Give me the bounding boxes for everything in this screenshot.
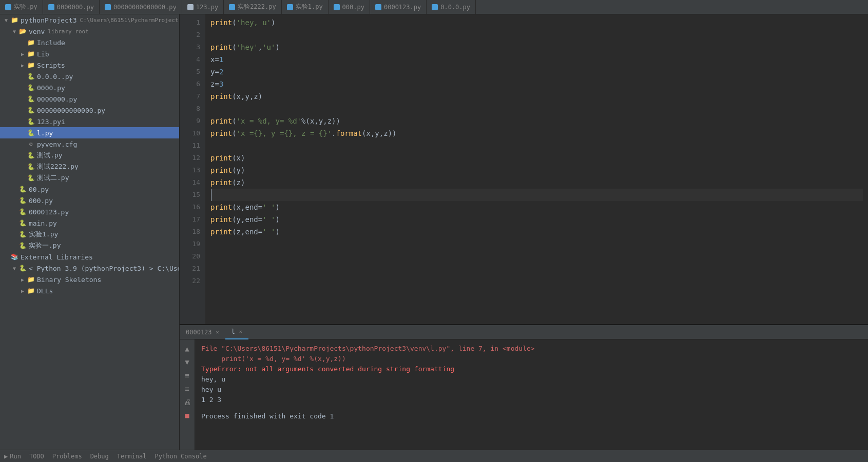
run-stop-button[interactable]: ■ [182,410,192,420]
py-icon [229,4,235,10]
leaf-arrow [10,185,18,193]
tree-include[interactable]: 📁 Include [0,37,179,48]
status-problems[interactable]: Problems [52,453,82,460]
file-label: pyvenv.cfg [37,140,77,148]
code-editor[interactable]: 1 2 3 4 5 6 7 8 9 10 11 12 13 14 15 16 1… [180,14,868,324]
status-todo[interactable]: TODO [29,453,44,460]
main-content: 📁 pythonProject3 C:\Users\86151\PycharmP… [0,14,868,450]
close-tab-l[interactable]: ✕ [239,329,242,334]
tree-binary-skeletons[interactable]: 📁 Binary Skeletons [0,274,179,285]
code-line-10: print('x ={}, y ={}, z = {}'.format(x,y,… [210,127,863,139]
code-line-4: x = 1 [210,53,863,66]
tree-测试py[interactable]: 🐍 测试.py [0,150,179,161]
leaf-arrow [18,129,27,137]
collapse-arrow [18,275,27,284]
run-up-button[interactable]: ▲ [182,344,192,354]
status-python-console[interactable]: Python Console [155,453,207,460]
tree-pyvenvcfg[interactable]: ⚙ pyvenv.cfg [0,138,179,150]
code-line-18: print(z, end=' ') [210,226,863,238]
run-down-button[interactable]: ▼ [182,357,192,367]
tree-scripts[interactable]: 📁 Scripts [0,59,179,71]
tree-00000000000000py[interactable]: 🐍 00000000000000.py [0,105,179,116]
tab-0000123py[interactable]: 0000123.py [370,0,427,14]
run-tab-bar: 0000123 ✕ l ✕ [180,325,868,339]
folder-icon: 📁 [27,287,35,295]
leaf-arrow [18,95,27,103]
tab-123py[interactable]: 123.py [182,0,224,14]
tree-0000123py[interactable]: 🐍 0000123.py [0,206,179,217]
leaf-arrow [10,219,18,227]
code-line-3: print('hey','u') [210,41,863,53]
py-icon [48,4,54,10]
tab-000py2[interactable]: 0.0.0.py [427,0,476,14]
file-label: 123.pyi [37,118,65,126]
status-run[interactable]: ▶ Run [4,453,21,460]
tree-mainpy[interactable]: 🐍 main.py [0,217,179,229]
tree-0.0.0py[interactable]: 🐍 0.0.0..py [0,71,179,82]
status-terminal[interactable]: Terminal [117,453,147,460]
file-label: 测试.py [37,151,62,160]
leaf-arrow [10,230,18,238]
run-align2-button[interactable]: ≡ [182,384,192,394]
tree-external-libraries[interactable]: 📚 External Libraries [0,251,179,263]
run-output: File "C:\Users\86151\PycharmProjects\pyt… [195,339,868,450]
run-align-button[interactable]: ≡ [182,370,192,380]
tree-0000py[interactable]: 🐍 0000.py [0,82,179,93]
tab-实验py[interactable]: 实验.py [0,0,43,14]
py-file-icon: 🐍 [27,163,35,171]
collapse-arrow [18,61,27,69]
tree-dlls[interactable]: 📁 DLLs [0,285,179,296]
tab-000py[interactable]: 000.py [329,0,370,14]
scripts-label: Scripts [37,62,65,69]
tab-bar: 实验.py 0000000.py 00000000000000.py 123.p… [0,0,868,14]
run-tab-0000123[interactable]: 0000123 ✕ [180,325,225,339]
code-content[interactable]: print('hey, u') print('hey','u') x = 1 y… [205,14,868,324]
tab-00000000000000py[interactable]: 00000000000000.py [100,0,182,14]
py-file-icon: 🐍 [27,174,35,182]
leaf-arrow [10,242,18,250]
close-tab-0000123[interactable]: ✕ [216,329,219,335]
tab-0000000py[interactable]: 0000000.py [43,0,100,14]
leaf-arrow [2,253,10,261]
tab-实验2222py[interactable]: 实验2222.py [224,0,282,14]
tree-测试2222py[interactable]: 🐍 测试2222.py [0,161,179,172]
python-label: < Python 3.9 (pythonProject3) > C:\Users… [29,265,180,272]
tree-venv[interactable]: 📂 venv library root [0,26,179,37]
run-panel: ▲ ▼ ≡ ≡ 🖨 ■ File "C:\Users\86151\Pycharm… [180,339,868,450]
py-file-icon: 🐍 [18,242,27,250]
tab-实验1py[interactable]: 实验1.py [282,0,329,14]
project-tree: 📁 pythonProject3 C:\Users\86151\PycharmP… [0,14,180,450]
expand-arrow [10,264,18,272]
leaf-arrow [18,106,27,114]
tree-实验一py[interactable]: 🐍 实验一.py [0,240,179,251]
project-path: C:\Users\86151\PycharmProject [80,17,179,24]
status-debug[interactable]: Debug [90,453,109,460]
tree-000py[interactable]: 🐍 000.py [0,195,179,206]
file-label: 实验一.py [29,241,61,250]
tree-测试二py[interactable]: 🐍 测试二.py [0,172,179,184]
tree-lpy[interactable]: 🐍 l.py [0,127,179,138]
run-print-button[interactable]: 🖨 [182,397,192,407]
py-file-icon: 🐍 [18,219,27,227]
output-exit: Process finished with exit code 1 [201,411,862,421]
py-file-icon: 🐍 [27,129,35,137]
leaf-arrow [18,151,27,159]
file-label: 0.0.0..py [37,73,73,81]
tree-123pyi[interactable]: 🐍 123.pyi [0,116,179,127]
tree-00py[interactable]: 🐍 00.py [0,184,179,195]
file-label: 00.py [29,186,49,193]
file-label: 测试二.py [37,173,69,183]
py-file-icon: 🐍 [18,196,27,205]
tree-0000000py[interactable]: 🐍 0000000.py [0,93,179,105]
tree-lib[interactable]: 📁 Lib [0,48,179,59]
py-file-icon: 🐍 [18,230,27,238]
tree-实验1py[interactable]: 🐍 实验1.py [0,229,179,240]
tree-project-root[interactable]: 📁 pythonProject3 C:\Users\86151\PycharmP… [0,14,179,26]
file-label: 0000000.py [37,95,77,103]
tree-python39[interactable]: 🐍 < Python 3.9 (pythonProject3) > C:\Use… [0,263,179,274]
run-tab-l[interactable]: l ✕ [225,325,248,339]
binary-skeletons-label: Binary Skeletons [37,276,101,284]
run-tab-label: 0000123 [186,329,212,336]
py-file-icon: 🐍 [27,151,35,159]
expand-arrow [2,16,10,24]
